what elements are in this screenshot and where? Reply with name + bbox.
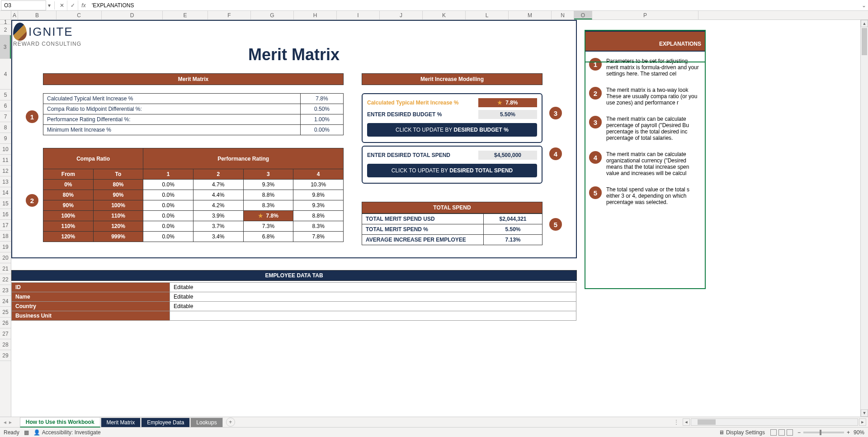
cancel-icon[interactable]: ✕: [57, 0, 67, 10]
matrix-from: 110%: [43, 221, 94, 232]
row-header[interactable]: 26: [0, 318, 11, 328]
matrix-cell: 8.8%: [243, 190, 293, 200]
tab-how-to-use[interactable]: How to Use this Workbook: [20, 417, 100, 428]
row-header[interactable]: 17: [0, 220, 11, 231]
row-header[interactable]: 20: [0, 252, 11, 263]
column-header[interactable]: N: [552, 11, 574, 19]
column-header[interactable]: H: [294, 11, 337, 19]
model-box-spend: ENTER DESIRED TOTAL SPEND $4,500,000 CLI…: [362, 146, 542, 184]
budget-input[interactable]: 5.50%: [478, 110, 537, 119]
row-header[interactable]: 1: [0, 20, 11, 24]
name-box[interactable]: O3: [1, 0, 46, 10]
hscroll-thumb[interactable]: [698, 419, 716, 425]
scroll-right-icon[interactable]: ►: [859, 418, 866, 426]
column-header[interactable]: P: [592, 11, 698, 19]
name-box-dropdown[interactable]: ▾: [46, 2, 52, 9]
column-header[interactable]: D: [102, 11, 163, 19]
tab-merit-matrix[interactable]: Merit Matrix: [101, 418, 141, 427]
column-header[interactable]: F: [208, 11, 251, 19]
select-all-button[interactable]: [0, 11, 11, 19]
explanation-text: The total spend value or the total s eit…: [606, 186, 701, 205]
column-header[interactable]: C: [57, 11, 102, 19]
tab-prev-icon[interactable]: ◄: [3, 420, 7, 425]
tab-lookups[interactable]: Lookups: [190, 418, 222, 427]
row-header[interactable]: 3: [0, 35, 11, 59]
column-header[interactable]: E: [163, 11, 208, 19]
row-header[interactable]: 22: [0, 274, 11, 285]
row-header[interactable]: 8: [0, 122, 11, 133]
table-row: TOTAL MERIT SPEND USD$2,044,321: [362, 214, 542, 224]
tab-next-icon[interactable]: ►: [8, 420, 13, 425]
worksheet[interactable]: IGNITE REWARD CONSULTING Merit Matrix Me…: [11, 20, 868, 417]
row-header[interactable]: 29: [0, 350, 11, 361]
calc-value: ★ 7.8%: [478, 98, 537, 107]
display-settings-text[interactable]: Display Settings: [726, 429, 765, 436]
row-header[interactable]: 5: [0, 90, 11, 100]
zoom-out-button[interactable]: −: [797, 429, 801, 436]
matrix-cell: 9.8%: [293, 190, 344, 200]
scroll-up-icon[interactable]: ▲: [861, 20, 868, 27]
column-header[interactable]: M: [509, 11, 552, 19]
row-header[interactable]: 28: [0, 339, 11, 350]
row-header[interactable]: 16: [0, 209, 11, 220]
accessibility-text[interactable]: Accessibility: Investigate: [42, 429, 101, 436]
zoom-in-button[interactable]: +: [847, 429, 850, 436]
column-header[interactable]: G: [251, 11, 294, 19]
view-normal-icon[interactable]: [770, 429, 777, 436]
logo-icon: [13, 23, 27, 41]
update-spend-button[interactable]: CLICK TO UPDATE BY DESIRED TOTAL SPEND: [367, 164, 537, 177]
accessibility-icon[interactable]: 👤: [33, 429, 40, 436]
row-header[interactable]: 7: [0, 111, 11, 122]
matrix-cell: 3.9%: [193, 211, 243, 221]
param-label: Compa Ratio to Midpoint Differential %:: [43, 104, 301, 114]
row-header[interactable]: 24: [0, 296, 11, 307]
row-header[interactable]: 18: [0, 231, 11, 242]
enter-icon[interactable]: ✓: [67, 0, 78, 10]
row-header[interactable]: 27: [0, 328, 11, 339]
row-header[interactable]: 14: [0, 187, 11, 198]
fx-icon[interactable]: fx: [78, 2, 89, 9]
view-layout-icon[interactable]: [778, 429, 785, 436]
explanations-panel: EXPLANATIONS 1Parameters to be set for a…: [585, 31, 706, 289]
scroll-left-icon[interactable]: ◄: [683, 418, 690, 426]
spend-input[interactable]: $4,500,000: [478, 151, 537, 160]
row-header[interactable]: 25: [0, 307, 11, 318]
view-pagebreak-icon[interactable]: [787, 429, 793, 436]
row-header[interactable]: 11: [0, 155, 11, 166]
matrix-cell: 6.8%: [243, 232, 293, 242]
column-header[interactable]: L: [466, 11, 509, 19]
display-settings-icon[interactable]: 🖥: [719, 429, 724, 436]
row-header[interactable]: 12: [0, 166, 11, 176]
column-header[interactable]: I: [337, 11, 380, 19]
row-header[interactable]: 6: [0, 100, 11, 111]
column-header[interactable]: K: [423, 11, 466, 19]
row-header[interactable]: 13: [0, 176, 11, 187]
formula-expand-icon[interactable]: ⌄: [860, 2, 868, 9]
tab-employee-data[interactable]: Employee Data: [141, 418, 190, 427]
row-header[interactable]: 21: [0, 263, 11, 274]
column-header[interactable]: J: [380, 11, 423, 19]
row-header[interactable]: 2: [0, 24, 11, 35]
macro-icon[interactable]: ▦: [24, 429, 29, 436]
row-header[interactable]: 9: [0, 133, 11, 144]
spend-label: ENTER DESIRED TOTAL SPEND: [367, 152, 478, 158]
row-header[interactable]: 15: [0, 198, 11, 209]
scroll-down-icon[interactable]: ▼: [861, 409, 868, 417]
column-header[interactable]: O: [574, 11, 592, 19]
zoom-slider[interactable]: [803, 432, 844, 433]
column-header[interactable]: A: [11, 11, 18, 19]
param-value: 0.50%: [301, 104, 344, 114]
scroll-thumb[interactable]: [862, 28, 867, 55]
column-header[interactable]: B: [18, 11, 57, 19]
add-sheet-button[interactable]: +: [226, 418, 235, 427]
row-header[interactable]: 4: [0, 59, 11, 90]
row-header[interactable]: 23: [0, 285, 11, 296]
tab-split-icon[interactable]: ⋮: [674, 419, 682, 425]
hscroll-track[interactable]: [691, 418, 858, 426]
vertical-scrollbar[interactable]: ▲ ▼: [860, 20, 868, 417]
zoom-level[interactable]: 90%: [854, 429, 864, 436]
row-header[interactable]: 10: [0, 144, 11, 155]
update-budget-button[interactable]: CLICK TO UPDATE BY DESIRED BUDGET %: [367, 123, 537, 137]
row-header[interactable]: 19: [0, 242, 11, 252]
formula-input[interactable]: 'EXPLANATIONS: [89, 0, 860, 10]
